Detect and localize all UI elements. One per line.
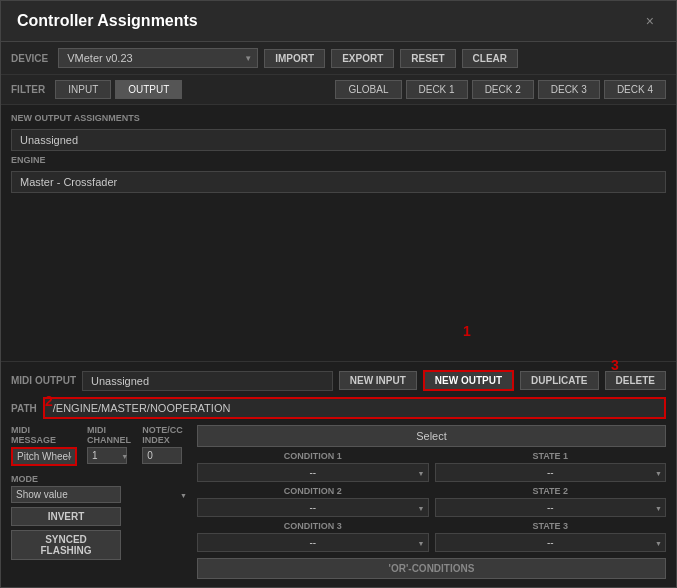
- assignments-label: NEW OUTPUT ASSIGNMENTS: [11, 113, 666, 123]
- midi-message-col: MIDI MESSAGE Pitch Wheel: [11, 425, 77, 466]
- midi-channel-col: MIDI CHANNEL 1 ▼: [87, 425, 132, 464]
- deck1-filter-button[interactable]: DECK 1: [406, 80, 468, 99]
- midi-message-label: MIDI MESSAGE: [11, 425, 77, 445]
- main-window: Controller Assignments × DEVICE VMeter v…: [0, 0, 677, 588]
- midi-output-value: Unassigned: [82, 371, 333, 391]
- state1-col: STATE 1 --: [435, 451, 667, 482]
- condition3-label: CONDITION 3: [197, 521, 429, 531]
- condition2-select[interactable]: --: [197, 498, 429, 517]
- midi-message-select[interactable]: Pitch Wheel: [11, 447, 77, 466]
- state3-select[interactable]: --: [435, 533, 667, 552]
- path-row: PATH /ENGINE/MASTER/NOOPERATION: [11, 397, 666, 419]
- state3-label: STATE 3: [435, 521, 667, 531]
- synced-flashing-button[interactable]: SYNCED FLASHING: [11, 530, 121, 560]
- deck2-filter-button[interactable]: DECK 2: [472, 80, 534, 99]
- path-value: /ENGINE/MASTER/NOOPERATION: [43, 397, 666, 419]
- state2-label: STATE 2: [435, 486, 667, 496]
- state2-select[interactable]: --: [435, 498, 667, 517]
- midi-config-row: MIDI MESSAGE Pitch Wheel MIDI CHANNEL 1: [11, 425, 191, 466]
- badge-1: 1: [463, 323, 471, 339]
- delete-button[interactable]: DELETE: [605, 371, 666, 390]
- select-row[interactable]: Select: [197, 425, 666, 447]
- midi-message-select-wrap: Pitch Wheel: [11, 447, 77, 466]
- unassigned-field[interactable]: Unassigned: [11, 129, 666, 151]
- state1-select[interactable]: --: [435, 463, 667, 482]
- state2-select-wrap: --: [435, 498, 667, 517]
- mode-label: MODE: [11, 474, 191, 484]
- state2-col: STATE 2 --: [435, 486, 667, 517]
- input-filter-button[interactable]: INPUT: [55, 80, 111, 99]
- filter-bar: FILTER INPUT OUTPUT GLOBAL DECK 1 DECK 2…: [1, 75, 676, 105]
- condition2-select-wrap: --: [197, 498, 429, 517]
- new-input-button[interactable]: NEW INPUT: [339, 371, 417, 390]
- duplicate-button[interactable]: DUPLICATE: [520, 371, 598, 390]
- engine-value[interactable]: Master - Crossfader: [11, 171, 666, 193]
- note-cc-label: NOTE/CC INDEX: [142, 425, 191, 445]
- condition3-select-wrap: --: [197, 533, 429, 552]
- condition1-col: CONDITION 1 --: [197, 451, 429, 482]
- condition1-select[interactable]: --: [197, 463, 429, 482]
- engine-label: ENGINE: [11, 155, 666, 165]
- left-panel: MIDI MESSAGE Pitch Wheel MIDI CHANNEL 1: [11, 425, 191, 579]
- or-conditions: 'OR'-CONDITIONS: [197, 558, 666, 579]
- state1-select-wrap: --: [435, 463, 667, 482]
- condition1-select-wrap: --: [197, 463, 429, 482]
- new-output-button[interactable]: NEW OUTPUT: [423, 370, 514, 391]
- close-button[interactable]: ×: [640, 11, 660, 31]
- note-cc-col: NOTE/CC INDEX: [142, 425, 191, 464]
- output-filter-button[interactable]: OUTPUT: [115, 80, 182, 99]
- condition3-select[interactable]: --: [197, 533, 429, 552]
- window-title: Controller Assignments: [17, 12, 198, 30]
- path-label: PATH: [11, 403, 37, 414]
- midi-channel-select[interactable]: 1: [87, 447, 127, 464]
- import-button[interactable]: IMPORT: [264, 49, 325, 68]
- invert-button[interactable]: INVERT: [11, 507, 121, 526]
- condition1-label: CONDITION 1: [197, 451, 429, 461]
- mode-row: MODE Show value: [11, 474, 191, 503]
- condition2-row: CONDITION 2 -- STATE 2 --: [197, 486, 666, 517]
- device-label: DEVICE: [11, 53, 48, 64]
- device-select-wrap: VMeter v0.23: [58, 48, 258, 68]
- global-filter-button[interactable]: GLOBAL: [335, 80, 401, 99]
- toolbar: DEVICE VMeter v0.23 IMPORT EXPORT RESET …: [1, 42, 676, 75]
- deck4-filter-button[interactable]: DECK 4: [604, 80, 666, 99]
- state1-label: STATE 1: [435, 451, 667, 461]
- mode-select-wrap: Show value: [11, 486, 191, 503]
- clear-button[interactable]: CLEAR: [462, 49, 518, 68]
- right-panel: Select CONDITION 1 -- STATE 1: [197, 425, 666, 579]
- filter-label: FILTER: [11, 84, 45, 95]
- reset-button[interactable]: RESET: [400, 49, 455, 68]
- mode-select[interactable]: Show value: [11, 486, 121, 503]
- condition2-label: CONDITION 2: [197, 486, 429, 496]
- midi-output-row: MIDI OUTPUT Unassigned NEW INPUT NEW OUT…: [11, 370, 666, 391]
- title-bar: Controller Assignments ×: [1, 1, 676, 42]
- condition2-col: CONDITION 2 --: [197, 486, 429, 517]
- bottom-grid: MIDI MESSAGE Pitch Wheel MIDI CHANNEL 1: [11, 425, 666, 579]
- deck3-filter-button[interactable]: DECK 3: [538, 80, 600, 99]
- device-select[interactable]: VMeter v0.23: [58, 48, 258, 68]
- bottom-panel: MIDI OUTPUT Unassigned NEW INPUT NEW OUT…: [1, 361, 676, 587]
- midi-channel-label: MIDI CHANNEL: [87, 425, 132, 445]
- state3-select-wrap: --: [435, 533, 667, 552]
- condition3-row: CONDITION 3 -- STATE 3 --: [197, 521, 666, 552]
- condition3-col: CONDITION 3 --: [197, 521, 429, 552]
- state3-col: STATE 3 --: [435, 521, 667, 552]
- condition1-row: CONDITION 1 -- STATE 1 --: [197, 451, 666, 482]
- main-content: NEW OUTPUT ASSIGNMENTS Unassigned ENGINE…: [1, 105, 676, 201]
- export-button[interactable]: EXPORT: [331, 49, 394, 68]
- note-cc-input[interactable]: [142, 447, 182, 464]
- midi-output-label: MIDI OUTPUT: [11, 375, 76, 386]
